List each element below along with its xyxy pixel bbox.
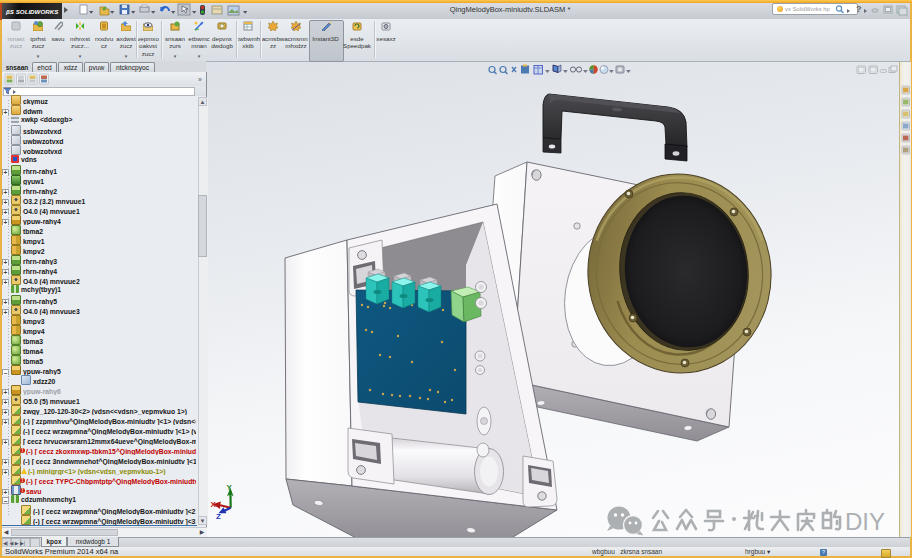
svg-text:X: X xyxy=(211,500,217,509)
svg-text:DIY: DIY xyxy=(845,508,885,535)
svg-text:◀| ◀ ▶ ▶|: ◀| ◀ ▶ ▶| xyxy=(3,540,25,546)
svg-text:Z: Z xyxy=(216,512,221,521)
svg-text:?: ? xyxy=(856,4,862,14)
svg-text:»: » xyxy=(198,76,202,83)
svg-text:Y: Y xyxy=(227,483,233,492)
